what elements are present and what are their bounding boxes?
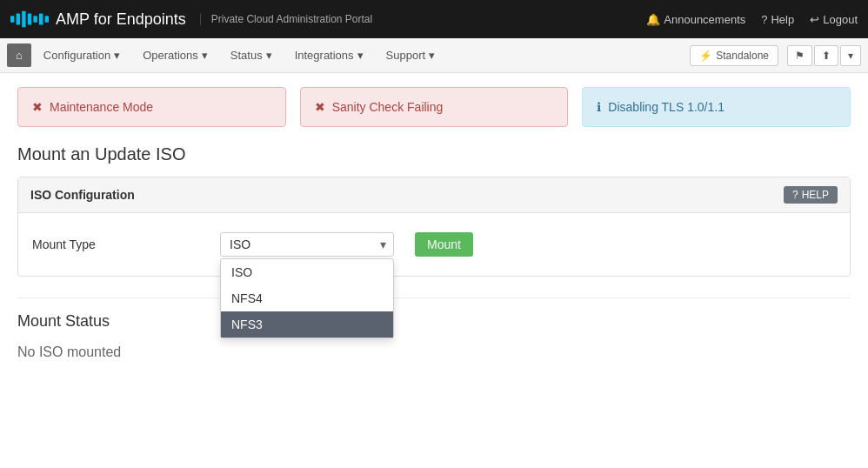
more-button[interactable]: ▾ <box>840 45 861 66</box>
x-icon-2: ✖ <box>315 100 325 114</box>
svg-rect-3 <box>28 13 31 24</box>
nav-configuration[interactable]: Configuration ▾ <box>33 42 130 69</box>
help-label: HELP <box>802 189 829 201</box>
app-subtitle: Private Cloud Administration Portal <box>200 13 372 25</box>
brand-area: AMP for Endpoints <box>10 10 186 29</box>
announcements-link[interactable]: 🔔 Announcements <box>646 13 745 26</box>
mount-iso-title: Mount an Update ISO <box>17 144 851 164</box>
chevron-down-icon: ▾ <box>266 49 272 62</box>
nav-operations[interactable]: Operations ▾ <box>132 42 218 69</box>
configuration-label: Configuration <box>43 49 110 62</box>
help-button[interactable]: ? HELP <box>784 186 838 204</box>
maintenance-alert-text: Maintenance Mode <box>50 100 153 114</box>
chevron-down-icon: ▾ <box>357 49 364 62</box>
mount-type-label: Mount Type <box>32 232 206 251</box>
mount-button[interactable]: Mount <box>415 232 473 257</box>
sanity-check-alert: ✖ Sanity Check Failing <box>300 87 569 127</box>
support-label: Support <box>386 49 426 62</box>
navbar-right: 🔔 Announcements ? Help ↩ Logout <box>646 13 858 26</box>
bell-icon: 🔔 <box>646 13 660 26</box>
announcements-label: Announcements <box>664 13 745 26</box>
nav-support[interactable]: Support ▾ <box>376 42 446 69</box>
svg-rect-2 <box>22 11 25 28</box>
nav-integrations[interactable]: Integrations ▾ <box>284 42 374 69</box>
mount-type-dropdown: ISO NFS4 NFS3 <box>220 258 394 338</box>
mount-status-title: Mount Status <box>17 298 851 331</box>
tls-alert-text: Disabling TLS 1.0/1.1 <box>608 100 724 114</box>
svg-rect-0 <box>10 16 14 23</box>
cisco-logo-icon <box>10 10 49 29</box>
sanity-check-alert-text: Sanity Check Failing <box>332 100 444 114</box>
tls-alert: ℹ Disabling TLS 1.0/1.1 <box>582 87 851 127</box>
no-iso-text: No ISO mounted <box>17 338 851 367</box>
mount-type-select-wrap: ISO ISO NFS4 NFS3 <box>220 232 394 257</box>
svg-rect-6 <box>45 16 49 23</box>
mount-type-row: Mount Type ISO ISO NFS4 NFS3 Mount <box>32 225 836 264</box>
svg-rect-1 <box>17 13 20 24</box>
standalone-button[interactable]: ⚡ Standalone <box>690 45 778 66</box>
chevron-down-icon: ▾ <box>429 49 435 62</box>
chevron-down-icon: ▾ <box>114 49 120 62</box>
logout-label: Logout <box>823 13 858 26</box>
operations-label: Operations <box>143 49 198 62</box>
home-button[interactable]: ⌂ <box>7 43 31 67</box>
mount-type-select[interactable]: ISO <box>220 232 394 257</box>
panel-body: Mount Type ISO ISO NFS4 NFS3 Mount <box>18 213 850 276</box>
panel-title: ISO Configuration <box>30 188 135 202</box>
secondary-nav: ⌂ Configuration ▾ Operations ▾ Status ▾ … <box>0 38 868 73</box>
panel-header: ISO Configuration ? HELP <box>18 177 850 213</box>
option-iso[interactable]: ISO <box>221 259 393 285</box>
logout-icon: ↩ <box>810 13 819 26</box>
upload-button[interactable]: ⬆ <box>814 45 838 66</box>
help-label: Help <box>771 13 794 26</box>
maintenance-alert: ✖ Maintenance Mode <box>17 87 286 127</box>
svg-rect-5 <box>39 13 43 24</box>
svg-rect-4 <box>33 16 37 23</box>
chevron-down-icon: ▾ <box>202 49 208 62</box>
standalone-icon: ⚡ <box>699 50 712 62</box>
x-icon: ✖ <box>32 100 43 114</box>
app-title: AMP for Endpoints <box>56 10 186 29</box>
info-icon: ℹ <box>597 100 601 114</box>
integrations-label: Integrations <box>295 49 354 62</box>
top-navbar: AMP for Endpoints Private Cloud Administ… <box>0 0 868 38</box>
question-icon: ? <box>761 13 767 26</box>
option-nfs3[interactable]: NFS3 <box>221 311 393 338</box>
flag-button[interactable]: ⚑ <box>787 45 812 66</box>
status-label: Status <box>230 49 263 62</box>
select-value: ISO <box>230 237 250 251</box>
help-icon: ? <box>792 189 798 201</box>
nav-status[interactable]: Status ▾ <box>220 42 283 69</box>
subnav-icon-group: ⚑ ⬆ ▾ <box>787 45 861 66</box>
standalone-label: Standalone <box>716 50 769 62</box>
help-link[interactable]: ? Help <box>761 13 794 26</box>
alert-row: ✖ Maintenance Mode ✖ Sanity Check Failin… <box>17 87 851 127</box>
logout-link[interactable]: ↩ Logout <box>810 13 858 26</box>
option-nfs4[interactable]: NFS4 <box>221 285 393 311</box>
main-content: ✖ Maintenance Mode ✖ Sanity Check Failin… <box>0 73 868 381</box>
iso-config-panel: ISO Configuration ? HELP Mount Type ISO … <box>17 177 851 277</box>
